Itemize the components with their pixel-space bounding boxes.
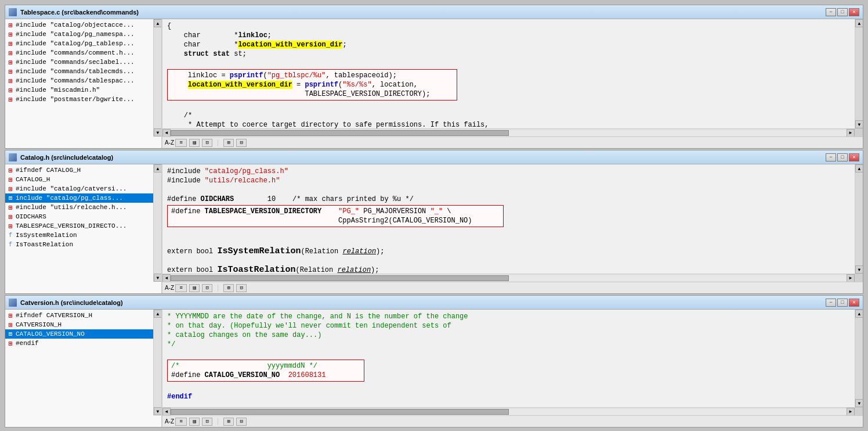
code-scroll-tablespace[interactable]: { char *linkloc; char *location_with_ver… bbox=[162, 19, 863, 128]
hscroll-right-tablespace[interactable]: ► bbox=[847, 129, 855, 137]
catv-sidebar-2[interactable]: ⊞ CATALOG_VERSION_NO bbox=[5, 329, 153, 339]
catalog-sidebar-4[interactable]: ⊞ #include "utils/relcache.h... bbox=[5, 203, 153, 212]
close-btn-tablespace[interactable]: ✕ bbox=[849, 8, 859, 16]
sidebar-scroll-up-tablespace[interactable]: ▲ bbox=[154, 19, 162, 27]
catalog-sidebar-8[interactable]: f IsToastRelation bbox=[5, 240, 153, 249]
bottom-bar-btn5-catversion[interactable]: ⊟ bbox=[236, 418, 247, 426]
bottom-bar-btn3-catversion[interactable]: ⊡ bbox=[202, 418, 212, 426]
hscroll-thumb-catalog[interactable] bbox=[171, 275, 509, 281]
sidebar-item-1[interactable]: ⊞ #include "catalog/pg_namespa... bbox=[5, 30, 153, 39]
hscroll-tablespace[interactable]: ◄ ► bbox=[162, 128, 863, 137]
bottom-bar-btn2-catalog[interactable]: ▤ bbox=[189, 284, 200, 292]
bottom-bar-az-catalog[interactable]: A-Z bbox=[165, 285, 174, 291]
bottom-bar-az-catversion[interactable]: A-Z bbox=[165, 418, 174, 425]
vscroll-tablespace[interactable]: ▲ ▼ bbox=[855, 19, 863, 128]
sidebar-item-7[interactable]: ⊞ #include "miscadmin.h" bbox=[5, 85, 153, 95]
vscroll-down-catalog[interactable]: ▼ bbox=[855, 265, 863, 274]
bottom-bar-btn3-catalog[interactable]: ⊡ bbox=[202, 284, 212, 292]
catalog-sidebar-label-2: #include "catalog/catversi... bbox=[16, 185, 126, 192]
catv-sidebar-1[interactable]: ⊞ CATVERSION_H bbox=[5, 320, 153, 329]
catalog-sidebar-1[interactable]: ⊞ CATALOG_H bbox=[5, 175, 153, 184]
catv-sidebar-0[interactable]: ⊞ #ifndef CATVERSION_H bbox=[5, 311, 153, 320]
hscroll-catalog[interactable]: ◄ ► bbox=[162, 274, 863, 282]
catalog-sidebar-5[interactable]: ⊞ OIDCHARS bbox=[5, 212, 153, 221]
hscroll-thumb-catversion[interactable] bbox=[171, 409, 509, 415]
btn4-icon-catversion: ⊞ bbox=[227, 418, 230, 425]
catv-sidebar-label-1: CATVERSION_H bbox=[16, 321, 62, 328]
sidebar-item-4[interactable]: ⊞ #include "commands/seclabel.... bbox=[5, 58, 153, 67]
sidebar-item-3[interactable]: ⊞ #include "commands/comment.h... bbox=[5, 48, 153, 58]
bottom-bar-btn4-catversion[interactable]: ⊞ bbox=[223, 418, 234, 426]
maximize-btn-catversion[interactable]: □ bbox=[837, 299, 848, 307]
hscroll-left-catalog[interactable]: ◄ bbox=[162, 274, 171, 282]
sidebar-scrollbar-tablespace[interactable]: ▲ ▼ bbox=[153, 19, 161, 137]
code-scroll-catalog[interactable]: #include "catalog/pg_class.h" #include "… bbox=[162, 164, 863, 274]
sidebar-item-5[interactable]: ⊞ #include "commands/tablecmds... bbox=[5, 67, 153, 76]
catalog-sidebar-label-0: #ifndef CATALOG_H bbox=[16, 167, 81, 174]
bottom-bar-sort-catversion[interactable]: ≡ bbox=[175, 418, 187, 426]
hscroll-left-tablespace[interactable]: ◄ bbox=[162, 129, 171, 137]
vscroll-catalog[interactable]: ▲ ▼ bbox=[855, 164, 863, 274]
vscroll-down-catversion[interactable]: ▼ bbox=[855, 399, 863, 407]
catalog-sidebar-0[interactable]: ⊞ #ifndef CATALOG_H bbox=[5, 166, 153, 175]
sidebar-item-8[interactable]: ⊞ #include "postmaster/bgwrite... bbox=[5, 95, 153, 104]
hash-icon-3: ⊞ bbox=[6, 49, 15, 57]
minimize-btn-catversion[interactable]: − bbox=[826, 299, 836, 307]
maximize-btn-catalog[interactable]: □ bbox=[837, 153, 848, 161]
vscroll-catversion[interactable]: ▲ ▼ bbox=[855, 310, 863, 407]
sidebar-scroll-down-catversion[interactable]: ▼ bbox=[154, 407, 162, 415]
hscroll-catversion[interactable]: ◄ ► bbox=[162, 407, 863, 415]
sort-icon-tablespace: ≡ bbox=[179, 140, 182, 146]
bottom-bar-catalog: A-Z ≡ ▤ ⊡ | ⊞ ⊟ bbox=[162, 282, 863, 293]
sidebar-scrollbar-catversion[interactable]: ▲ ▼ bbox=[153, 310, 161, 415]
hscroll-right-catversion[interactable]: ► bbox=[847, 408, 855, 416]
close-btn-catversion[interactable]: ✕ bbox=[849, 299, 859, 307]
minimize-btn-catalog[interactable]: − bbox=[826, 153, 836, 161]
hscroll-thumb-tablespace[interactable] bbox=[171, 130, 509, 136]
bottom-bar-tablespace: A-Z ≡ ▤ ⊡ | ⊞ ⊟ bbox=[162, 137, 863, 148]
hash-icon-c2: ⊞ bbox=[6, 185, 15, 193]
close-btn-catalog[interactable]: ✕ bbox=[849, 153, 859, 161]
minimize-btn-tablespace[interactable]: − bbox=[826, 8, 836, 16]
bottom-bar-btn5-tablespace[interactable]: ⊟ bbox=[236, 139, 247, 147]
code-line-4 bbox=[167, 59, 858, 68]
bottom-bar-btn2-tablespace[interactable]: ▤ bbox=[189, 139, 200, 147]
vscroll-down-tablespace[interactable]: ▼ bbox=[855, 120, 863, 128]
catalog-sidebar-7[interactable]: f IsSystemRelation bbox=[5, 231, 153, 240]
sidebar-item-6[interactable]: ⊞ #include "commands/tablespac... bbox=[5, 76, 153, 85]
bottom-bar-btn4-catalog[interactable]: ⊞ bbox=[223, 284, 234, 292]
hash-icon-c4: ⊞ bbox=[6, 203, 15, 211]
vscroll-up-catversion[interactable]: ▲ bbox=[855, 310, 863, 318]
sidebar-item-label-2: #include "catalog/pg_tablesp... bbox=[16, 40, 135, 47]
sidebar-scroll-up-catalog[interactable]: ▲ bbox=[154, 164, 162, 173]
bottom-bar-btn5-catalog[interactable]: ⊟ bbox=[236, 284, 247, 292]
code-scroll-catversion[interactable]: * YYYYMMDD are the date of the change, a… bbox=[162, 310, 863, 407]
bottom-bar-btn3-tablespace[interactable]: ⊡ bbox=[202, 139, 212, 147]
catalog-sidebar-3[interactable]: ⊞ include "catalog/pg_class... bbox=[5, 193, 153, 203]
sidebar-scrollbar-catalog[interactable]: ▲ ▼ bbox=[153, 164, 161, 282]
hscroll-right-catalog[interactable]: ► bbox=[847, 274, 855, 282]
window-title-catversion: Catversion.h (src\include\catalog) bbox=[20, 299, 826, 306]
window-icon-catversion bbox=[9, 299, 17, 307]
catalog-sidebar-2[interactable]: ⊞ #include "catalog/catversi... bbox=[5, 184, 153, 193]
catv-sidebar-3[interactable]: ⊞ #endif bbox=[5, 339, 153, 348]
bottom-bar-btn4-tablespace[interactable]: ⊞ bbox=[223, 139, 234, 147]
bottom-bar-sort-catalog[interactable]: ≡ bbox=[175, 284, 187, 292]
hash-icon-1: ⊞ bbox=[6, 30, 15, 38]
sidebar-scroll-up-catversion[interactable]: ▲ bbox=[154, 310, 162, 318]
vscroll-up-tablespace[interactable]: ▲ bbox=[855, 19, 863, 27]
catalog-sidebar-6[interactable]: ⊞ TABLESPACE_VERSION_DIRECTO... bbox=[5, 221, 153, 231]
vscroll-up-catalog[interactable]: ▲ bbox=[855, 164, 863, 173]
bottom-bar-btn2-catversion[interactable]: ▤ bbox=[189, 418, 200, 426]
bottom-bar-az-tablespace[interactable]: A-Z bbox=[165, 139, 174, 146]
sidebar-scroll-down-tablespace[interactable]: ▼ bbox=[154, 128, 162, 137]
hscroll-corner-catversion bbox=[855, 408, 863, 416]
maximize-btn-tablespace[interactable]: □ bbox=[837, 8, 848, 16]
sidebar-scroll-down-catalog[interactable]: ▼ bbox=[154, 274, 162, 282]
sidebar-item-2[interactable]: ⊞ #include "catalog/pg_tablesp... bbox=[5, 39, 153, 48]
bottom-bar-sort-tablespace[interactable]: ≡ bbox=[175, 139, 187, 147]
catalog-sidebar-label-6: TABLESPACE_VERSION_DIRECTO... bbox=[16, 222, 126, 229]
sidebar-item-0[interactable]: ⊞ #include "catalog/objectacce... bbox=[5, 20, 153, 30]
btn2-icon-catversion: ▤ bbox=[193, 418, 196, 425]
hscroll-left-catversion[interactable]: ◄ bbox=[162, 408, 171, 416]
